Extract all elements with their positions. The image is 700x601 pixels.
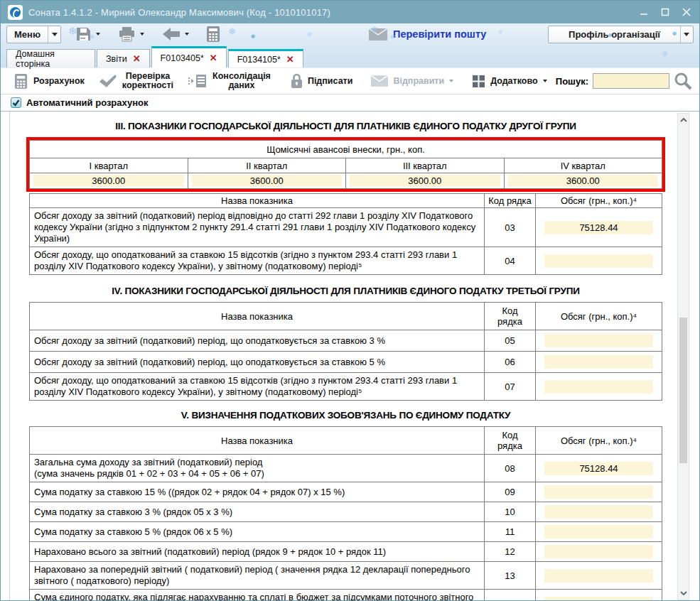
col-header-code: Код рядка [485,194,536,208]
app-logo-icon [8,5,23,20]
search-input[interactable] [593,73,669,89]
col-header-value: Обсяг (грн., коп.)⁴ [536,427,662,455]
vertical-scrollbar[interactable] [677,113,689,600]
tab-label: F0103405* [161,53,204,63]
calculator-icon [14,73,28,90]
scroll-down-button[interactable] [678,587,689,600]
col-header-code: Код рядка [485,427,536,455]
advance-value-input[interactable]: 3600.00 [350,175,500,187]
value-input[interactable] [544,355,653,369]
more-dropdown-arrow[interactable] [543,80,547,82]
tab-f0134105[interactable]: F0134105* ✕ [228,49,303,67]
tab-close-icon[interactable]: ✕ [286,55,294,64]
value-input[interactable] [544,485,653,499]
sign-button[interactable]: Підписати [285,72,359,90]
auto-calc-label: Автоматичний розрахунок [26,97,148,108]
section-3-title: III. ПОКАЗНИКИ ГОСПОДАРСЬКОЇ ДІЯЛЬНОСТІ … [29,121,662,131]
row-code: 08 [485,455,536,482]
table-row: Сума податку за ставкою 3 % (рядок 05 х … [30,502,662,522]
tab-close-icon[interactable]: ✕ [210,53,217,63]
tab-label: Домашня сторінка [16,49,86,69]
print-button[interactable] [116,25,138,43]
calculator-button[interactable] [203,24,223,44]
tab-f0103405[interactable]: F0103405* ✕ [151,46,227,67]
arrow-left-icon [162,27,181,41]
row-code: 11 [485,522,536,542]
value-input[interactable] [544,569,653,583]
advance-value-input[interactable]: 3600.00 [192,175,343,187]
tab-home[interactable]: Домашня сторінка [6,49,95,67]
value-input[interactable] [544,334,653,347]
main-toolbar: ❄ ❄ ❄ ● ❄ ❄ ❄ ❄ ● ● Меню Перевірити пошт… [1,23,699,45]
minimize-button[interactable] [638,6,650,18]
value-input[interactable] [544,380,653,394]
more-button[interactable]: Додатково [466,73,552,90]
send-button: Відправити [365,74,459,88]
row-code: 13 [485,562,536,590]
validate-button[interactable]: Перевірка коректності [93,70,179,92]
send-dropdown-arrow [449,80,453,82]
printer-icon [118,26,136,42]
scrollbar-thumb[interactable] [679,318,687,463]
save-dropdown-arrow[interactable] [96,33,100,36]
calculator-icon [205,26,221,43]
row-code: 05 [485,330,536,352]
tab-bar: ❄ ❄ Домашня сторінка Звіти ✕ F0103405* ✕… [1,45,699,67]
title-bar: Соната 1.4.1.2 - Мирний Олександр Максим… [1,1,699,23]
check-mail-button[interactable]: Перевірити пошту [369,28,486,40]
tab-close-icon[interactable]: ✕ [133,54,141,63]
section-3-table: Назва показника Код рядка Обсяг (грн., к… [29,193,662,275]
section-4-title: IV. ПОКАЗНИКИ ГОСПОДАРСЬКОЇ ДІЯЛЬНОСТІ Д… [29,286,662,296]
row-code: 04 [485,247,536,275]
table-row: Обсяг доходу за звітний (податковий) пер… [30,330,662,352]
consolidate-button[interactable]: Консолідація даних [182,70,276,92]
value-input[interactable] [544,545,653,558]
quarter-header: IV квартал [504,158,662,173]
value-input[interactable] [544,525,653,538]
checkmark-icon [99,74,117,88]
quarter-header: III квартал [346,158,505,173]
row-code: 07 [485,373,536,401]
form-viewport: III. ПОКАЗНИКИ ГОСПОДАРСЬКОЇ ДІЯЛЬНОСТІ … [1,112,699,601]
search-icon[interactable] [674,72,692,90]
auto-calc-checkbox[interactable] [11,97,21,108]
advance-value-input[interactable]: 3600.00 [508,175,659,187]
close-button[interactable] [681,6,692,18]
table-row: Обсяг доходу за звітний (податковий) пер… [30,352,662,373]
col-header-value: Обсяг (грн., коп.)⁴ [536,303,662,330]
grid-icon [472,75,485,88]
value-input[interactable]: 75128.44 [544,221,653,234]
back-dropdown-arrow[interactable] [185,33,189,36]
row-code: 14 [485,590,536,601]
chevron-up-icon [680,118,687,122]
value-input[interactable] [544,505,653,519]
calculate-label: Розрахунок [33,77,85,86]
validate-label: Перевірка коректності [122,72,173,90]
menu-button[interactable]: Меню [6,26,61,43]
back-button[interactable] [160,26,183,43]
scroll-up-button[interactable] [678,114,689,126]
table-row: Нараховано всього за звітний (податковий… [30,542,662,562]
menu-dropdown-arrow[interactable] [48,26,60,43]
value-input[interactable] [544,254,653,268]
table-row: Сума податку за ставкою 15 % ((рядок 02 … [30,482,662,502]
save-button[interactable] [72,25,94,43]
window-title: Соната 1.4.1.2 - Мирний Олександр Максим… [28,7,330,18]
col-header-name: Назва показника [30,194,485,208]
org-profile-button[interactable]: Профіль організації [548,26,694,43]
print-dropdown-arrow[interactable] [140,33,144,36]
value-input[interactable]: 75128.44 [544,462,653,475]
table-row: Нараховано за попередній звітний ( подат… [30,562,662,590]
value-input[interactable] [544,597,653,601]
row-code: 09 [485,482,536,502]
org-profile-label: Профіль організації [561,29,667,40]
table-header-row: Назва показника Код рядка Обсяг (грн., к… [30,427,662,455]
maximize-button[interactable] [659,6,671,18]
table-row: Сума єдиного податку, яка підлягає нарах… [30,590,662,601]
consolidate-label: Консолідація даних [212,72,271,90]
advance-value-input[interactable]: 3600.00 [33,175,184,187]
calculate-button[interactable]: Розрахунок [8,72,90,91]
org-profile-dropdown-arrow[interactable] [680,26,693,43]
check-mail-label: Перевірити пошту [393,28,486,40]
tab-reports[interactable]: Звіти ✕ [97,49,150,67]
